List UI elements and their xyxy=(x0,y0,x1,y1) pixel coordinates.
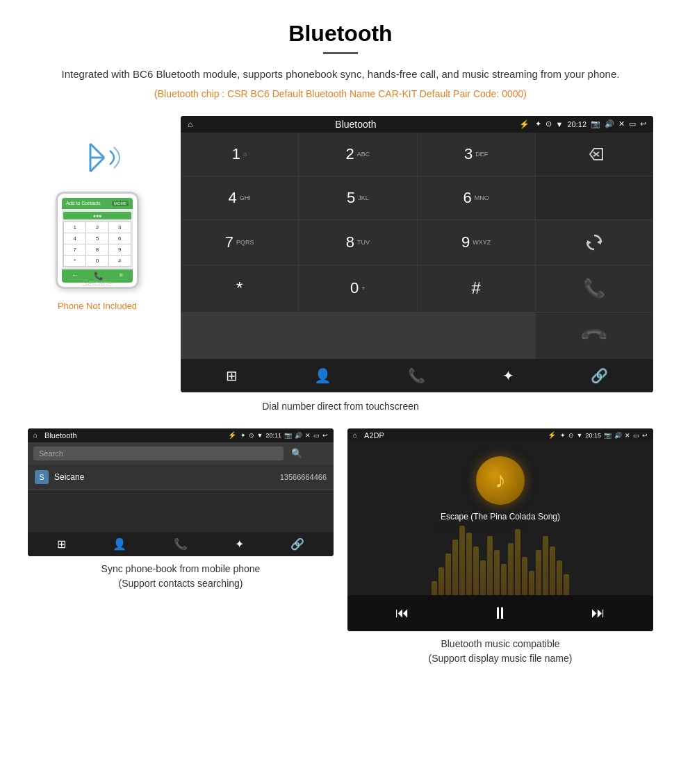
dialer-key-0[interactable]: 0+ xyxy=(299,265,416,312)
pb-bt-icon: ✦ xyxy=(240,432,246,439)
phone-key-0: 0 xyxy=(86,256,108,266)
music-song-title: Escape (The Pina Colada Song) xyxy=(441,512,560,522)
add-to-contacts-label: Add to Contacts xyxy=(66,201,101,206)
dialer-end-call-button[interactable]: 📞 xyxy=(536,312,653,359)
pb-status-bar: ⌂ Bluetooth ⚡ ✦ ⊙ ▼ 20:11 📷 🔊 ✕ ▭ ↩ xyxy=(28,428,334,442)
car-dialer-screen: ⌂ Bluetooth ⚡ ✦ ⊙ ▼ 20:12 📷 🔊 ✕ ▭ ↩ xyxy=(181,116,653,392)
dialer-key-6[interactable]: 6MNO xyxy=(418,176,535,219)
music-gps-icon: ⊙ xyxy=(568,432,574,439)
pb-signal-icon: ▼ xyxy=(257,432,263,439)
dialer-key-1[interactable]: 1⌂ xyxy=(181,133,298,176)
music-win-icon: ▭ xyxy=(633,432,639,439)
seicane-watermark: Seicane xyxy=(82,278,112,288)
phone-keypad-grid: 1 2 3 4 5 6 7 8 9 * 0 # xyxy=(63,222,131,267)
dialer-key-5[interactable]: 5JKL xyxy=(299,176,416,219)
pb-link-icon[interactable]: 🔗 xyxy=(290,537,304,551)
title-divider xyxy=(323,52,358,54)
dialer-status-bar: ⌂ Bluetooth ⚡ ✦ ⊙ ▼ 20:12 📷 🔊 ✕ ▭ ↩ xyxy=(181,116,653,133)
pb-home-icon: ⌂ xyxy=(33,431,38,439)
pb-search-icon: 🔍 xyxy=(291,448,302,458)
dialer-grid: 1⌂ 2ABC 3DEF 4GHI xyxy=(181,133,653,359)
music-close-icon: ✕ xyxy=(625,432,630,439)
phone-top-bar: Add to Contacts MORE xyxy=(62,198,133,209)
dialer-key-4[interactable]: 4GHI xyxy=(181,176,298,219)
music-album-art: ♪ xyxy=(476,456,525,505)
pb-bt-bottom-icon[interactable]: ✦ xyxy=(235,537,244,551)
dialer-bottom-bar: ⊞ 👤 📞 ✦ 🔗 xyxy=(181,359,653,392)
dialer-link-icon[interactable]: 🔗 xyxy=(591,367,608,384)
pb-contact-number: 13566664466 xyxy=(280,473,327,481)
dialer-title: Bluetooth xyxy=(198,119,513,130)
pb-close-icon: ✕ xyxy=(305,432,311,439)
phone-key-2: 2 xyxy=(86,222,108,233)
music-next-btn[interactable]: ⏭ xyxy=(591,605,605,621)
dialer-key-star[interactable]: * xyxy=(181,265,298,312)
dialer-backspace[interactable] xyxy=(536,133,653,176)
pb-contact-letter: S xyxy=(35,470,49,484)
dialer-status-icons: ✦ ⊙ ▼ 20:12 📷 🔊 ✕ ▭ ↩ xyxy=(535,119,646,128)
phone-back-btn: ← xyxy=(72,272,78,281)
pb-back-icon: ↩ xyxy=(322,432,328,439)
music-time: 20:15 xyxy=(585,432,601,439)
phone-key-7: 7 xyxy=(64,244,85,255)
usb-icon: ⚡ xyxy=(519,119,530,129)
description-text: Integrated with BC6 Bluetooth module, su… xyxy=(28,67,653,83)
main-section: Add to Contacts MORE ●●● 1 2 3 4 5 6 7 xyxy=(28,116,653,392)
phone-key-3: 3 xyxy=(109,222,131,233)
dialer-grid-icon[interactable]: ⊞ xyxy=(226,367,238,384)
dialer-key-7[interactable]: 7PQRS xyxy=(181,220,298,265)
dialer-key-8[interactable]: 8TUV xyxy=(299,220,416,265)
dialer-phone-icon[interactable]: 📞 xyxy=(408,367,425,384)
phone-key-6: 6 xyxy=(109,233,131,244)
pb-usb-icon: ⚡ xyxy=(228,431,236,439)
dialer-call-button[interactable]: 📞 xyxy=(536,265,653,312)
dialer-key-hash[interactable]: # xyxy=(418,265,535,312)
dialer-refresh[interactable] xyxy=(536,220,653,265)
music-bt-icon: ✦ xyxy=(560,432,566,439)
phone-key-9: 9 xyxy=(109,244,131,255)
pb-search-input[interactable]: Search xyxy=(33,447,284,460)
phone-side: Add to Contacts MORE ●●● 1 2 3 4 5 6 7 xyxy=(28,116,167,311)
music-play-pause-btn[interactable]: ⏸ xyxy=(492,603,509,623)
bluetooth-specs: (Bluetooth chip : CSR BC6 Default Blueto… xyxy=(28,88,653,99)
music-back-icon: ↩ xyxy=(642,432,648,439)
camera-icon: 📷 xyxy=(591,119,600,128)
pb-user-icon[interactable]: 👤 xyxy=(113,537,126,551)
pb-grid-icon[interactable]: ⊞ xyxy=(57,537,66,551)
music-status-icons: ✦ ⊙ ▼ 20:15 📷 🔊 ✕ ▭ ↩ xyxy=(560,432,648,439)
dialer-contacts-icon[interactable]: 👤 xyxy=(314,367,331,384)
music-vol-icon: 🔊 xyxy=(614,432,622,439)
volume-icon: 🔊 xyxy=(605,119,614,128)
bluetooth-waves-icon xyxy=(69,137,125,185)
back-icon: ↩ xyxy=(640,119,646,128)
dialer-key-3[interactable]: 3DEF xyxy=(418,133,535,176)
dialer-empty-1 xyxy=(536,176,653,219)
music-cam-icon: 📷 xyxy=(604,432,612,439)
dialer-bluetooth-icon[interactable]: ✦ xyxy=(502,367,514,384)
pb-contact-name: Seicane xyxy=(54,472,280,482)
phone-more-btn: MORE xyxy=(112,201,129,206)
svg-marker-8 xyxy=(587,240,591,245)
dialer-key-9[interactable]: 9WXYZ xyxy=(418,220,535,265)
pb-contact-row: S Seicane 13566664466 xyxy=(28,465,334,490)
music-wrapper: ⌂ A2DP ⚡ ✦ ⊙ ▼ 20:15 📷 🔊 ✕ ▭ ↩ xyxy=(347,428,653,666)
pb-title: Bluetooth xyxy=(42,431,224,440)
bluetooth-status-icon: ✦ xyxy=(535,119,541,128)
gps-icon: ⊙ xyxy=(545,119,552,128)
close-icon: ✕ xyxy=(618,119,625,128)
pb-phone-icon[interactable]: 📞 xyxy=(174,537,188,551)
phone-menu-btn: ≡ xyxy=(119,272,122,281)
music-prev-btn[interactable]: ⏮ xyxy=(395,605,409,621)
svg-line-0 xyxy=(90,144,104,158)
dialer-key-2[interactable]: 2ABC xyxy=(299,133,416,176)
music-status-bar: ⌂ A2DP ⚡ ✦ ⊙ ▼ 20:15 📷 🔊 ✕ ▭ ↩ xyxy=(347,428,653,442)
phone-not-included-label: Phone Not Included xyxy=(58,301,137,311)
music-usb-icon: ⚡ xyxy=(548,431,556,439)
svg-line-1 xyxy=(90,158,104,172)
dialer-caption: Dial number direct from touchscreen xyxy=(28,401,653,412)
music-content: ♪ Escape (The Pina Colada Song) xyxy=(347,442,653,595)
phonebook-wrapper: ⌂ Bluetooth ⚡ ✦ ⊙ ▼ 20:11 📷 🔊 ✕ ▭ ↩ xyxy=(28,428,334,666)
pb-vol-icon: 🔊 xyxy=(295,432,302,439)
phone-mockup: Add to Contacts MORE ●●● 1 2 3 4 5 6 7 xyxy=(56,192,139,289)
pb-win-icon: ▭ xyxy=(313,432,320,439)
